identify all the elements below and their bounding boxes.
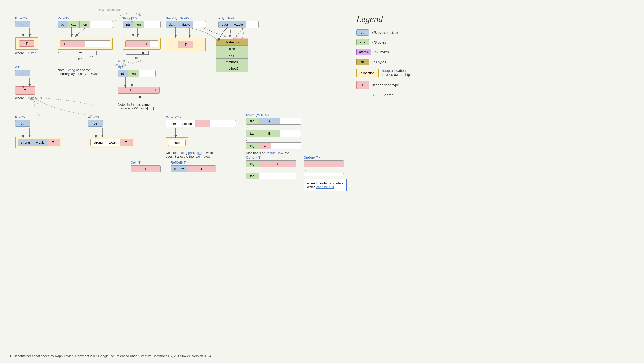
into-boxed-slice-label: into_boxed_slice — [99, 8, 121, 12]
vec-brace-visual: len — [67, 50, 117, 64]
ref-slice-item-2: T — [135, 87, 143, 93]
svg-marker-12 — [373, 94, 375, 96]
enum-note: Also basis of Result, Cow, etc. — [246, 151, 301, 155]
mutex-t-header: inner poison T — [166, 120, 236, 127]
legend-allocation: allocation heap allocation,implies owner… — [356, 69, 410, 77]
ref-slice-label: &[T] — [118, 65, 160, 69]
legend-deref: deref — [356, 93, 410, 98]
heap-link: heap — [382, 69, 390, 73]
ref-t-t: T — [15, 86, 35, 95]
legend-atomic-desc: 4/8 bytes — [374, 50, 389, 54]
option-t-2-row-2 — [304, 173, 344, 176]
mutex-t-label: Mutex<T> — [166, 115, 236, 119]
arc-weak: weak — [106, 139, 120, 146]
enum-or-1: or — [246, 126, 301, 129]
arc-strong: strong — [91, 139, 106, 146]
enum-tag-a: tag — [246, 118, 259, 124]
vtable-box: destructor size align method1 method2 — [216, 39, 248, 72]
legend-size-box: size — [356, 39, 369, 45]
enum-abc-section: enum {A, B, C} tag A or tag B or tag C A… — [246, 113, 301, 155]
vec-note: Note: String has samememory layout as Ve… — [58, 68, 113, 76]
option-t-2-row-1: T — [304, 160, 344, 167]
refcell-t: T — [187, 166, 216, 172]
vtable-method2: method2 — [216, 65, 248, 72]
legend-fn-box: fn — [356, 59, 369, 65]
legend-alloc-box: allocation — [356, 69, 379, 77]
legend-fn: fn 4/8 bytes — [356, 59, 410, 65]
box-dyn-vtable: vtable — [178, 21, 193, 28]
box-t-t: T — [19, 40, 34, 47]
rc-t-ptr: ptr — [15, 120, 30, 127]
ref-slice-ptr: ptr — [118, 70, 128, 77]
enum-tag-b: tag — [246, 130, 259, 137]
enum-c-empty — [271, 143, 301, 149]
legend-ptr-box: ptr — [356, 29, 369, 36]
enum-or-2: or — [246, 138, 301, 141]
box-t-label: Box<T> — [15, 16, 38, 20]
ref-slice-item-3: T — [143, 87, 151, 93]
box-slice-items: T T T — [125, 40, 158, 47]
box-slice-item-0: T — [126, 41, 134, 47]
legend-ptr-desc: 4/8 bytes (usize) — [372, 31, 398, 35]
vec-item-4 — [93, 41, 100, 47]
and-dyn-vtable: vtable — [231, 21, 246, 28]
mutex-field: mutex — [168, 140, 186, 146]
and-dyn-data: data — [219, 21, 231, 28]
rc-t-section: Rc<T> ptr strong weak T — [15, 115, 62, 148]
option-t-1-t: T — [259, 161, 296, 167]
box-dyn-section: Box<dyn Trait> data vtable T — [166, 16, 206, 51]
legend-deref-arrow — [356, 93, 381, 98]
brace-svg: len — [67, 50, 119, 63]
box-slice-label: Box<[T]> — [123, 16, 161, 20]
box-dyn-label: Box<dyn Trait> — [166, 16, 206, 20]
arc-t-fields: strong weak T — [90, 139, 133, 146]
main-container: Box<T> ptr T where T: Sized Vec<T> ptr c… — [0, 0, 644, 363]
vec-len-brace: ⌐ — [58, 51, 59, 54]
ref-slice-brace-visual: len — [116, 100, 159, 111]
rc-weak: weak — [33, 139, 47, 146]
vec-t-section: Vec<T> ptr cap len T T T ⌐ len cap — [58, 16, 113, 76]
enum-b-empty — [280, 130, 301, 137]
enum-a-empty — [280, 118, 301, 124]
vec-item-0: T — [60, 41, 69, 47]
legend-atomic-box: atomic — [356, 49, 371, 55]
cow-link: Cow — [276, 151, 283, 155]
vtable-align: align — [216, 52, 248, 59]
result-link: Result — [265, 151, 275, 155]
legend-alloc-desc: heap allocation,implies ownership — [382, 69, 410, 77]
enum-row-b: tag B — [246, 130, 301, 137]
string-link: String — [67, 68, 75, 72]
legend-t-box: T — [356, 81, 369, 89]
svg-text:len: len — [78, 57, 82, 61]
box-slice-ptr: ptr — [123, 21, 133, 28]
refcell-borrow: borrow — [171, 166, 187, 172]
arc-t-section: Arc<T> ptr strong weak T — [88, 115, 135, 148]
cell-t-section: Cell<T> T — [131, 161, 161, 172]
cant-be-null-link: can't be null — [316, 185, 334, 189]
refcell-t-box: borrow T — [171, 165, 216, 172]
sized-link-1: Sized — [28, 51, 37, 55]
box-t-section: Box<T> ptr T where T: Sized — [15, 16, 38, 55]
option-t-1-label: Option<T> — [246, 156, 296, 159]
option-t-2-empty — [304, 173, 344, 176]
vtable-destructor: destructor — [216, 39, 248, 46]
enum-c: C — [259, 143, 271, 149]
legend-ptr: ptr 4/8 bytes (usize) — [356, 29, 410, 36]
vec-t-alloc: T T T — [58, 38, 113, 50]
vec-t-label: Vec<T> — [58, 16, 113, 20]
vec-len: len — [80, 21, 90, 28]
box-dyn-data: data — [166, 21, 178, 28]
into-boxed-slice-text: into_boxed_slice — [99, 8, 121, 12]
arc-t-label: Arc<T> — [88, 115, 135, 119]
rc-strong: strong — [18, 139, 33, 146]
mutex-inner: inner — [166, 120, 179, 127]
vec-t-header: ptr cap len — [58, 21, 113, 28]
cell-t-label: Cell<T> — [131, 161, 161, 164]
refcell-t-section: RefCell<T> borrow T — [171, 161, 216, 172]
svg-text:len: len — [134, 106, 138, 110]
option-t-2-note-box: when T contains pointerswhich can't be n… — [304, 179, 347, 191]
option-t-1-section: Option<T> tag T or tag — [246, 156, 296, 180]
vec-ptr: ptr — [58, 21, 68, 28]
box-t-alloc: T — [15, 37, 38, 50]
legend-deref-label: deref — [384, 93, 393, 97]
